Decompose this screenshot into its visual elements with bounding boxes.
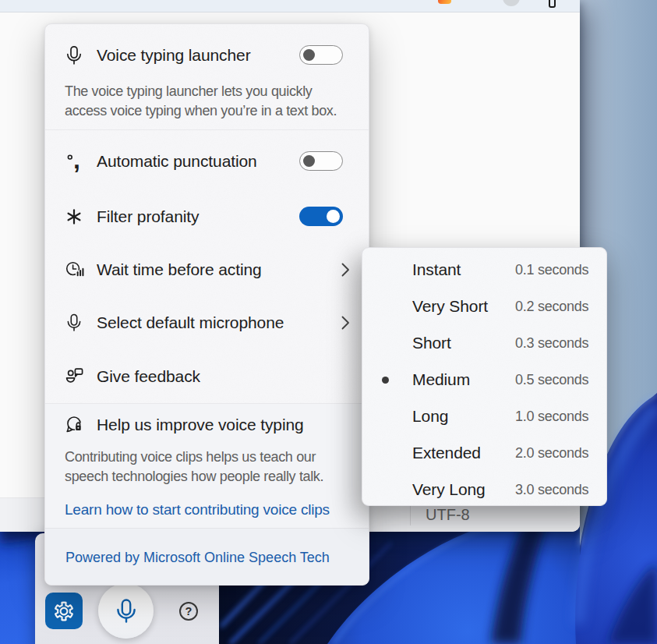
titlebar-avatar-icon (503, 0, 520, 6)
wait-time-option-value: 0.5 seconds (515, 372, 588, 388)
menu-item-filter-profanity[interactable]: Filter profanity (45, 200, 369, 234)
wait-time-option-label: Long (412, 407, 448, 426)
menu-item-label: Help us improve voice typing (97, 416, 304, 434)
microphone-icon (62, 38, 86, 73)
microphone-button[interactable] (98, 583, 154, 639)
wait-time-submenu: Instant0.1 secondsVery Short0.2 secondsS… (362, 247, 607, 506)
person-feedback-icon (62, 359, 86, 394)
menu-item-label: Select default microphone (97, 313, 284, 332)
wait-time-option-label: Medium (412, 370, 470, 389)
voice-typing-launcher-toggle[interactable] (299, 45, 343, 65)
wait-time-option[interactable]: Short0.3 seconds (362, 325, 606, 362)
menu-item-automatic-punctuation[interactable]: , Automatic punctuation (45, 144, 369, 179)
menu-item-give-feedback[interactable]: Give feedback (45, 359, 369, 394)
automatic-punctuation-toggle[interactable] (299, 151, 343, 171)
wait-time-option-value: 0.1 seconds (515, 262, 588, 278)
learn-contributing-link[interactable]: Learn how to start contributing voice cl… (65, 501, 330, 518)
punctuation-icon: , (62, 144, 86, 179)
wait-time-option-label: Very Long (412, 480, 486, 499)
settings-button[interactable] (45, 593, 83, 629)
menu-item-help-improve[interactable]: Help us improve voice typing (45, 408, 369, 442)
powered-by-link[interactable]: Powered by Microsoft Online Speech Tech (65, 550, 330, 566)
clock-bars-icon (62, 253, 86, 287)
gear-icon (52, 600, 76, 623)
wait-time-option-value: 0.2 seconds (515, 299, 588, 315)
wait-time-option-label: Short (412, 334, 451, 352)
wait-time-option[interactable]: Very Long3.0 seconds (362, 472, 606, 508)
menu-item-wait-time[interactable]: Wait time before acting (45, 253, 369, 287)
help-button[interactable]: ? (179, 602, 198, 621)
wait-time-option-label: Very Short (412, 297, 488, 316)
question-mark-icon: ? (185, 605, 193, 617)
menu-item-label: Automatic punctuation (97, 152, 257, 171)
wait-time-option-label: Instant (412, 260, 461, 279)
asterisk-icon (62, 200, 86, 234)
menu-item-label: Filter profanity (97, 207, 199, 226)
notepad-titlebar (0, 0, 580, 12)
menu-item-label: Voice typing launcher (97, 46, 251, 65)
filter-profanity-toggle[interactable] (299, 207, 343, 226)
titlebar-app-icon (438, 0, 451, 4)
wait-time-option[interactable]: Instant0.1 seconds (362, 252, 606, 288)
launcher-description: The voice typing launcher lets you quick… (65, 82, 337, 121)
wait-time-option-label: Extended (412, 444, 481, 462)
wait-time-option[interactable]: Medium0.5 seconds (362, 362, 606, 398)
microphone-icon (112, 597, 140, 625)
microphone-icon (62, 306, 86, 340)
menu-item-select-microphone[interactable]: Select default microphone (45, 306, 369, 340)
svg-text:,: , (73, 150, 80, 173)
menu-item-label: Give feedback (97, 367, 200, 386)
wait-time-option-value: 3.0 seconds (515, 482, 588, 498)
menu-item-label: Wait time before acting (97, 260, 262, 279)
voice-typing-settings-flyout: Voice typing launcher The voice typing l… (44, 23, 369, 586)
chevron-right-icon (339, 311, 351, 334)
chat-lock-icon (62, 408, 86, 442)
screen: UTF-8 ? Voice typing launcher Th (0, 0, 657, 644)
wait-time-option[interactable]: Very Short0.2 seconds (362, 288, 606, 325)
improve-description: Contributing voice clips helps us teach … (65, 448, 323, 487)
wait-time-option[interactable]: Extended2.0 seconds (362, 435, 606, 472)
wait-time-option-value: 0.3 seconds (515, 335, 588, 352)
selected-bullet-icon (382, 377, 389, 384)
menu-item-voice-typing-launcher[interactable]: Voice typing launcher (45, 38, 369, 73)
flyout-divider (45, 129, 369, 130)
titlebar-glyph-icon (549, 0, 556, 8)
wait-time-option-value: 2.0 seconds (515, 445, 588, 462)
chevron-right-icon (339, 258, 351, 281)
wait-time-option[interactable]: Long1.0 seconds (362, 398, 606, 435)
wait-time-option-value: 1.0 seconds (515, 409, 588, 425)
